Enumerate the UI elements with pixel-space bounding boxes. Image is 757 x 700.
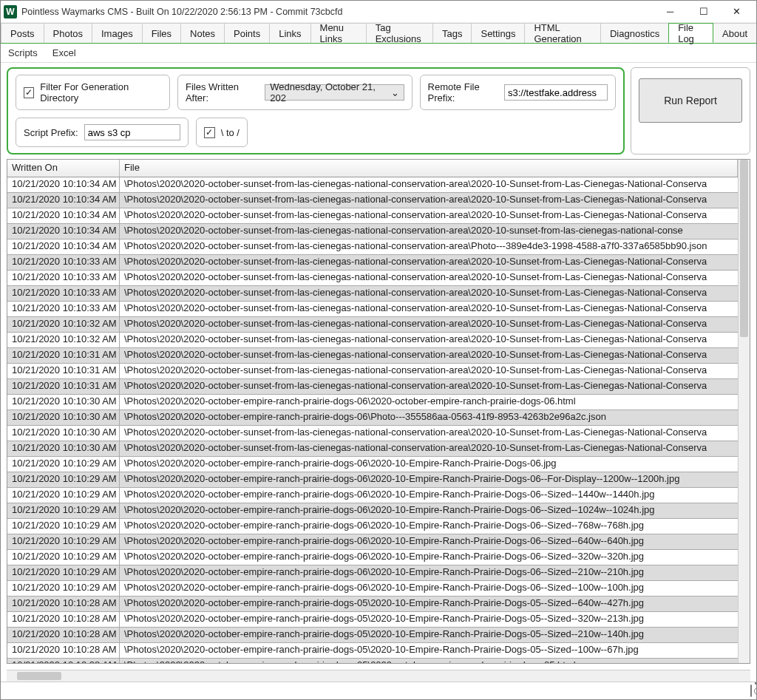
cell-file: \Photos\2020\2020-october-empire-ranch-p… xyxy=(120,659,738,663)
remote-prefix-label: Remote File Prefix: xyxy=(428,81,498,103)
cell-written-on: 10/21/2020 10:10:34 AM xyxy=(7,208,120,223)
table-row[interactable]: 10/21/2020 10:10:30 AM\Photos\2020\2020-… xyxy=(7,395,738,410)
tab-links[interactable]: Links xyxy=(269,23,310,43)
excel-link[interactable]: Excel xyxy=(52,47,76,58)
tab-tag-exclusions[interactable]: Tag Exclusions xyxy=(366,23,433,43)
cell-file: \Photos\2020\2020-october-sunset-from-la… xyxy=(120,255,738,270)
horizontal-scrollbar[interactable] xyxy=(7,670,750,682)
cell-file: \Photos\2020\2020-october-sunset-from-la… xyxy=(120,271,738,285)
remote-prefix-input[interactable] xyxy=(504,84,608,101)
cell-file: \Photos\2020\2020-october-empire-ranch-p… xyxy=(120,457,738,472)
tab-diagnostics[interactable]: Diagnostics xyxy=(600,23,669,43)
cell-file: \Photos\2020\2020-october-sunset-from-la… xyxy=(120,239,738,254)
table-row[interactable]: 10/21/2020 10:10:34 AM\Photos\2020\2020-… xyxy=(7,177,738,193)
vertical-scroll-thumb[interactable] xyxy=(740,160,748,337)
maximize-button[interactable]: ☐ xyxy=(687,1,720,22)
app-icon: W xyxy=(4,5,17,18)
titlebar: W Pointless Waymarks CMS - Built On 10/2… xyxy=(1,1,756,23)
table-row[interactable]: 10/21/2020 10:10:28 AM\Photos\2020\2020-… xyxy=(7,643,738,659)
table-row[interactable]: 10/21/2020 10:10:34 AM\Photos\2020\2020-… xyxy=(7,193,738,208)
written-after-combo[interactable]: Wednesday, October 21, 202 ⌄ xyxy=(265,84,404,101)
table-row[interactable]: 10/21/2020 10:10:30 AM\Photos\2020\2020-… xyxy=(7,410,738,426)
table-row[interactable]: 10/21/2020 10:10:32 AM\Photos\2020\2020-… xyxy=(7,317,738,333)
filter-backslash-to-slash: ✓ \ to / xyxy=(196,118,248,147)
table-row[interactable]: 10/21/2020 10:10:28 AM\Photos\2020\2020-… xyxy=(7,659,738,663)
table-row[interactable]: 10/21/2020 10:10:31 AM\Photos\2020\2020-… xyxy=(7,379,738,395)
cell-written-on: 10/21/2020 10:10:29 AM xyxy=(7,550,120,565)
table-row[interactable]: 10/21/2020 10:10:34 AM\Photos\2020\2020-… xyxy=(7,208,738,224)
cell-file: \Photos\2020\2020-october-empire-ranch-p… xyxy=(120,534,738,549)
table-row[interactable]: 10/21/2020 10:10:29 AM\Photos\2020\2020-… xyxy=(7,457,738,472)
scripts-link[interactable]: Scripts xyxy=(8,47,38,58)
script-prefix-label: Script Prefix: xyxy=(24,127,78,138)
table-row[interactable]: 10/21/2020 10:10:34 AM\Photos\2020\2020-… xyxy=(7,239,738,255)
vertical-scrollbar[interactable] xyxy=(738,160,750,663)
table-row[interactable]: 10/21/2020 10:10:29 AM\Photos\2020\2020-… xyxy=(7,519,738,534)
table-row[interactable]: 10/21/2020 10:10:33 AM\Photos\2020\2020-… xyxy=(7,286,738,302)
cell-file: \Photos\2020\2020-october-sunset-from-la… xyxy=(120,364,738,378)
tab-about[interactable]: About xyxy=(713,23,757,43)
cell-written-on: 10/21/2020 10:10:28 AM xyxy=(7,659,120,663)
table-row[interactable]: 10/21/2020 10:10:30 AM\Photos\2020\2020-… xyxy=(7,426,738,441)
cell-file: \Photos\2020\2020-october-empire-ranch-p… xyxy=(120,503,738,518)
tab-notes[interactable]: Notes xyxy=(180,23,225,43)
cell-written-on: 10/21/2020 10:10:34 AM xyxy=(7,177,120,192)
cell-written-on: 10/21/2020 10:10:28 AM xyxy=(7,643,120,658)
cell-written-on: 10/21/2020 10:10:31 AM xyxy=(7,364,120,378)
table-row[interactable]: 10/21/2020 10:10:28 AM\Photos\2020\2020-… xyxy=(7,597,738,612)
cell-written-on: 10/21/2020 10:10:33 AM xyxy=(7,271,120,285)
col-header-file[interactable]: File xyxy=(120,160,738,177)
table-row[interactable]: 10/21/2020 10:10:29 AM\Photos\2020\2020-… xyxy=(7,534,738,550)
status-bar xyxy=(1,682,756,699)
tab-files[interactable]: Files xyxy=(142,23,181,43)
table-row[interactable]: 10/21/2020 10:10:29 AM\Photos\2020\2020-… xyxy=(7,550,738,565)
close-button[interactable]: ✕ xyxy=(720,1,753,22)
tab-points[interactable]: Points xyxy=(224,23,270,43)
tab-menu-links[interactable]: Menu Links xyxy=(310,23,367,43)
tab-posts[interactable]: Posts xyxy=(1,23,44,43)
cell-written-on: 10/21/2020 10:10:33 AM xyxy=(7,302,120,316)
table-row[interactable]: 10/21/2020 10:10:30 AM\Photos\2020\2020-… xyxy=(7,441,738,457)
cell-written-on: 10/21/2020 10:10:31 AM xyxy=(7,348,120,363)
cell-file: \Photos\2020\2020-october-sunset-from-la… xyxy=(120,224,738,239)
chevron-down-icon: ⌄ xyxy=(391,87,399,98)
cell-written-on: 10/21/2020 10:10:29 AM xyxy=(7,581,120,596)
table-row[interactable]: 10/21/2020 10:10:28 AM\Photos\2020\2020-… xyxy=(7,612,738,628)
table-row[interactable]: 10/21/2020 10:10:29 AM\Photos\2020\2020-… xyxy=(7,488,738,503)
table-row[interactable]: 10/21/2020 10:10:31 AM\Photos\2020\2020-… xyxy=(7,364,738,379)
horizontal-scroll-thumb[interactable] xyxy=(17,672,61,680)
table-row[interactable]: 10/21/2020 10:10:33 AM\Photos\2020\2020-… xyxy=(7,255,738,271)
cell-file: \Photos\2020\2020-october-sunset-from-la… xyxy=(120,379,738,394)
cell-file: \Photos\2020\2020-october-sunset-from-la… xyxy=(120,426,738,441)
main-tabstrip: PostsPhotosImagesFilesNotesPointsLinksMe… xyxy=(1,23,756,44)
table-row[interactable]: 10/21/2020 10:10:29 AM\Photos\2020\2020-… xyxy=(7,503,738,519)
tab-photos[interactable]: Photos xyxy=(44,23,92,43)
col-header-written-on[interactable]: Written On xyxy=(7,160,120,177)
tab-settings[interactable]: Settings xyxy=(471,23,525,43)
generation-dir-checkbox[interactable]: ✓ xyxy=(24,87,34,98)
backslash-checkbox[interactable]: ✓ xyxy=(204,127,215,138)
table-row[interactable]: 10/21/2020 10:10:28 AM\Photos\2020\2020-… xyxy=(7,628,738,643)
table-row[interactable]: 10/21/2020 10:10:33 AM\Photos\2020\2020-… xyxy=(7,271,738,286)
filter-remote-prefix: Remote File Prefix: xyxy=(420,75,616,110)
cell-file: \Photos\2020\2020-october-sunset-from-la… xyxy=(120,286,738,301)
table-row[interactable]: 10/21/2020 10:10:29 AM\Photos\2020\2020-… xyxy=(7,472,738,488)
tab-images[interactable]: Images xyxy=(92,23,143,43)
tab-html-generation[interactable]: HTML Generation xyxy=(524,23,601,43)
minimize-button[interactable]: ─ xyxy=(654,1,687,22)
cell-written-on: 10/21/2020 10:10:29 AM xyxy=(7,457,120,472)
table-row[interactable]: 10/21/2020 10:10:29 AM\Photos\2020\2020-… xyxy=(7,581,738,597)
camera-icon[interactable] xyxy=(750,685,752,696)
table-row[interactable]: 10/21/2020 10:10:31 AM\Photos\2020\2020-… xyxy=(7,348,738,364)
tab-file-log[interactable]: File Log xyxy=(668,23,713,43)
run-report-button[interactable]: Run Report xyxy=(639,78,742,123)
tab-tags[interactable]: Tags xyxy=(432,23,472,43)
table-row[interactable]: 10/21/2020 10:10:34 AM\Photos\2020\2020-… xyxy=(7,224,738,239)
cell-written-on: 10/21/2020 10:10:33 AM xyxy=(7,255,120,270)
table-row[interactable]: 10/21/2020 10:10:33 AM\Photos\2020\2020-… xyxy=(7,302,738,317)
script-prefix-input[interactable] xyxy=(84,124,180,140)
cell-written-on: 10/21/2020 10:10:34 AM xyxy=(7,193,120,208)
run-report-label: Run Report xyxy=(664,95,717,106)
table-row[interactable]: 10/21/2020 10:10:32 AM\Photos\2020\2020-… xyxy=(7,333,738,348)
table-row[interactable]: 10/21/2020 10:10:29 AM\Photos\2020\2020-… xyxy=(7,565,738,581)
